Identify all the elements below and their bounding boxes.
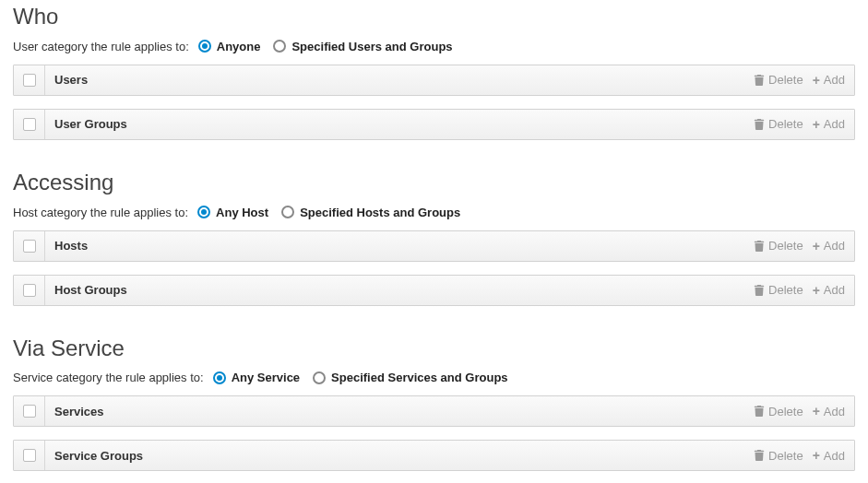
checkbox-cell	[14, 396, 45, 426]
delete-button[interactable]: Delete	[754, 449, 803, 463]
table-bar-users: Users Delete + Add	[13, 65, 855, 96]
category-label-via-service: Service category the rule applies to:	[13, 371, 204, 384]
delete-button[interactable]: Delete	[754, 405, 803, 418]
radio-label: Any Host	[216, 206, 268, 219]
radio-icon	[213, 371, 226, 384]
section-via-service: Via Service Service category the rule ap…	[13, 336, 855, 472]
radio-icon	[313, 371, 326, 384]
table-title: Hosts	[45, 239, 744, 253]
table-actions: Delete + Add	[744, 449, 854, 463]
trash-icon	[754, 285, 765, 296]
select-all-checkbox[interactable]	[23, 240, 36, 253]
table-bar-services: Services Delete + Add	[13, 395, 855, 427]
radio-label: Any Service	[232, 371, 300, 384]
table-bar-hosts: Hosts Delete + Add	[13, 230, 855, 262]
delete-button[interactable]: Delete	[754, 117, 803, 131]
select-all-checkbox[interactable]	[23, 405, 36, 418]
radio-who-anyone[interactable]: Anyone	[198, 40, 261, 53]
add-label: Add	[824, 283, 845, 297]
radio-icon	[281, 206, 294, 218]
select-all-checkbox[interactable]	[23, 284, 36, 297]
category-label-who: User category the rule applies to:	[13, 40, 189, 53]
delete-label: Delete	[768, 405, 803, 418]
plus-icon: +	[813, 74, 820, 87]
plus-icon: +	[813, 284, 820, 297]
add-label: Add	[824, 117, 845, 131]
radio-who-specified[interactable]: Specified Users and Groups	[273, 40, 452, 53]
plus-icon: +	[813, 449, 820, 462]
checkbox-cell	[14, 231, 45, 261]
checkbox-cell	[14, 110, 45, 139]
table-bar-service-groups: Service Groups Delete + Add	[13, 440, 855, 471]
trash-icon	[754, 119, 765, 130]
delete-button[interactable]: Delete	[754, 283, 803, 297]
section-heading-via-service: Via Service	[13, 336, 855, 362]
select-all-checkbox[interactable]	[23, 74, 36, 87]
add-button[interactable]: + Add	[813, 73, 845, 87]
delete-button[interactable]: Delete	[754, 73, 803, 87]
table-actions: Delete + Add	[744, 73, 854, 87]
add-label: Add	[824, 405, 845, 418]
table-actions: Delete + Add	[744, 283, 854, 297]
radio-label: Specified Services and Groups	[331, 371, 507, 384]
plus-icon: +	[813, 405, 820, 418]
add-button[interactable]: + Add	[813, 449, 845, 463]
add-label: Add	[824, 239, 845, 253]
radio-label: Specified Hosts and Groups	[300, 206, 460, 219]
table-actions: Delete + Add	[744, 239, 854, 253]
trash-icon	[754, 450, 765, 461]
radio-icon	[197, 206, 210, 218]
radio-icon	[273, 40, 286, 53]
add-label: Add	[824, 449, 845, 463]
add-label: Add	[824, 73, 845, 87]
delete-label: Delete	[768, 283, 803, 297]
section-accessing: Accessing Host category the rule applies…	[13, 170, 855, 306]
delete-label: Delete	[768, 117, 803, 131]
radio-accessing-any-host[interactable]: Any Host	[197, 206, 268, 219]
delete-label: Delete	[768, 449, 803, 463]
category-row-accessing: Host category the rule applies to: Any H…	[13, 206, 855, 219]
trash-icon	[754, 241, 765, 252]
select-all-checkbox[interactable]	[23, 449, 36, 462]
table-bar-user-groups: User Groups Delete + Add	[13, 109, 855, 140]
table-actions: Delete + Add	[744, 405, 854, 418]
category-label-accessing: Host category the rule applies to:	[13, 206, 188, 219]
section-heading-who: Who	[13, 4, 855, 30]
add-button[interactable]: + Add	[813, 239, 845, 253]
plus-icon: +	[813, 118, 820, 131]
radio-service-specified[interactable]: Specified Services and Groups	[313, 371, 507, 384]
category-row-who: User category the rule applies to: Anyon…	[13, 40, 855, 53]
table-title: Service Groups	[45, 449, 744, 463]
table-bar-host-groups: Host Groups Delete + Add	[13, 275, 855, 306]
radio-service-any-service[interactable]: Any Service	[213, 371, 300, 384]
plus-icon: +	[813, 240, 820, 253]
table-title: Host Groups	[45, 283, 744, 297]
checkbox-cell	[14, 65, 45, 95]
delete-button[interactable]: Delete	[754, 239, 803, 253]
table-title: Services	[45, 405, 744, 418]
add-button[interactable]: + Add	[813, 283, 845, 297]
delete-label: Delete	[768, 73, 803, 87]
radio-label: Anyone	[217, 40, 261, 53]
category-row-via-service: Service category the rule applies to: An…	[13, 371, 855, 384]
checkbox-cell	[14, 441, 45, 470]
table-title: User Groups	[45, 117, 744, 131]
add-button[interactable]: + Add	[813, 117, 845, 131]
delete-label: Delete	[768, 239, 803, 253]
trash-icon	[754, 75, 765, 86]
radio-label: Specified Users and Groups	[291, 40, 452, 53]
section-who: Who User category the rule applies to: A…	[13, 4, 855, 140]
checkbox-cell	[14, 276, 45, 305]
radio-accessing-specified[interactable]: Specified Hosts and Groups	[281, 206, 460, 219]
radio-icon	[198, 40, 211, 53]
trash-icon	[754, 406, 765, 417]
table-title: Users	[45, 73, 744, 87]
table-actions: Delete + Add	[744, 117, 854, 131]
add-button[interactable]: + Add	[813, 405, 845, 418]
section-heading-accessing: Accessing	[13, 170, 855, 196]
select-all-checkbox[interactable]	[23, 118, 36, 131]
